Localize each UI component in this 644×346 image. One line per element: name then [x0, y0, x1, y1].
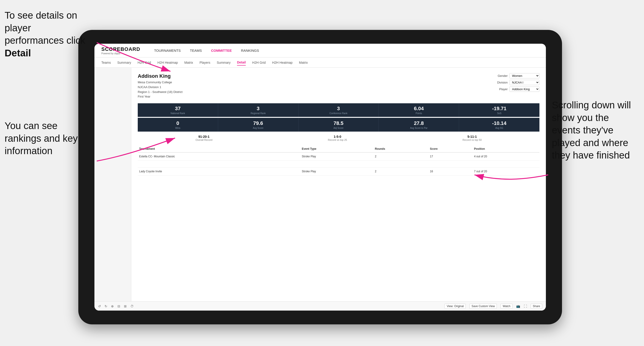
nav-teams[interactable]: TEAMS — [190, 48, 202, 53]
avg-score-label: Avg Score — [220, 127, 296, 129]
tab-players[interactable]: Players — [200, 60, 210, 65]
stat-sos: -19.71 SoS — [459, 103, 540, 117]
save-custom-btn[interactable]: Save Custom View — [470, 304, 497, 309]
conference-rank-value: 3 — [300, 106, 377, 112]
share-btn[interactable]: Share — [531, 304, 542, 309]
col-event-type: Event Type — [300, 145, 373, 153]
rounds: 2 — [373, 153, 428, 161]
position2: 7 out of 20 — [473, 168, 540, 175]
event-type2: Stroke Play — [300, 168, 373, 175]
tab-h2h-heatmap2[interactable]: H2H Heatmap — [272, 60, 292, 65]
division-label: Division — [497, 81, 508, 84]
overall-record: 91-20-1 Overall Record — [196, 135, 212, 141]
stat-adj-score: 78.5 Adj Score — [298, 118, 379, 132]
tablet-frame: SCOREBOARD Powered by clippd TOURNAMENTS… — [78, 30, 562, 324]
col-tournament: Tournament — [138, 145, 300, 153]
zoom-out-icon[interactable]: ⊟ — [118, 304, 120, 308]
avg-sg-label: Avg SG — [461, 127, 538, 129]
logo-sub: Powered by clippd — [101, 52, 140, 55]
record-top50: 5-11-1 Record vs top 50 — [462, 135, 482, 141]
tab-summary[interactable]: Summary — [117, 60, 131, 65]
tab-summary2[interactable]: Summary — [217, 60, 230, 65]
tab-detail[interactable]: Detail — [237, 60, 246, 66]
main-content: Addison King Mesa Community College NJCA… — [94, 68, 546, 301]
stat-national-rank: 37 National Rank — [138, 103, 218, 117]
annotation-bottom-left-text: You can see rankings and key information — [4, 120, 78, 156]
stat-wins: 0 Wins — [138, 118, 218, 132]
tablet-screen: SCOREBOARD Powered by clippd TOURNAMENTS… — [94, 44, 546, 311]
rounds2: 2 — [373, 168, 428, 175]
view-original-btn[interactable]: View: Original — [444, 304, 466, 309]
avg-par-value: 27.8 — [380, 120, 457, 126]
tournament-name: Estella CC- Mountain Classic — [138, 153, 300, 161]
detail-content: Addison King Mesa Community College NJCA… — [131, 68, 546, 301]
table-row: Estella CC- Mountain Classic Stroke Play… — [138, 153, 540, 161]
player-name: Addison King — [138, 73, 182, 79]
tab-h2h-heatmap[interactable]: H2H Heatmap — [158, 60, 178, 65]
tab-matrix2[interactable]: Matrix — [299, 60, 308, 65]
nav-committee[interactable]: COMMITTEE — [211, 48, 232, 53]
table-row: Lady Coyote Invite Stroke Play 2 16 7 ou… — [138, 168, 540, 175]
clock-icon[interactable]: ⏱ — [130, 304, 134, 308]
stat-regional-rank: 3 Regional Rank — [218, 103, 298, 117]
col-rounds: Rounds — [373, 145, 428, 153]
annotation-top-left: To see details on player performances cl… — [4, 9, 92, 59]
gender-select[interactable]: Women — [510, 73, 540, 78]
tab-teams[interactable]: Teams — [101, 60, 111, 65]
zoom-fit-icon[interactable]: ⊕ — [111, 304, 114, 308]
player-filter-label: Player — [499, 87, 508, 91]
stats-grid-row1: 37 National Rank 3 Regional Rank 3 Confe… — [138, 103, 540, 117]
record-top25-value: 1-5-0 — [328, 135, 347, 139]
player-division: NJCAA Division 1 — [138, 85, 182, 90]
cast-icon[interactable]: 📺 — [516, 304, 520, 308]
gender-label: Gender — [498, 74, 508, 78]
tournament-name2: Lady Coyote Invite — [138, 168, 300, 175]
record-top50-label: Record vs top 50 — [462, 139, 482, 141]
regional-rank-label: Regional Rank — [220, 112, 296, 115]
tab-h2h-grid2[interactable]: H2H Grid — [252, 60, 266, 65]
annotation-detail-bold: Detail — [4, 48, 31, 58]
expand-icon[interactable]: ⛶ — [524, 304, 527, 308]
avg-score-value: 79.6 — [220, 120, 296, 126]
record-row: 91-20-1 Overall Record 1-5-0 Record vs t… — [138, 135, 540, 141]
sos-label: SoS — [461, 112, 538, 115]
watch-btn[interactable]: Watch — [500, 304, 512, 309]
layout-icon[interactable]: ⊞ — [124, 304, 127, 308]
points-label: Points — [380, 112, 457, 115]
adj-score-label: Adj Score — [300, 127, 377, 129]
player-filter-row: Player Addison King — [499, 86, 540, 92]
player-select[interactable]: Addison King — [510, 86, 540, 92]
second-nav: Teams Summary H2H Grid H2H Heatmap Matri… — [94, 57, 546, 68]
division-select[interactable]: NJCAA I — [510, 80, 540, 85]
national-rank-label: National Rank — [140, 112, 216, 115]
nav-tournaments[interactable]: TOURNAMENTS — [154, 48, 181, 53]
logo-main: SCOREBOARD — [101, 46, 140, 52]
avg-sg-value: -10.14 — [461, 120, 538, 126]
stat-conference-rank: 3 Conference Rank — [298, 103, 379, 117]
stat-avg-sg: -10.14 Avg SG — [459, 118, 540, 132]
player-info: Addison King Mesa Community College NJCA… — [138, 73, 182, 99]
event-type: Stroke Play — [300, 153, 373, 161]
undo-icon[interactable]: ↺ — [98, 304, 101, 308]
sos-value: -19.71 — [461, 106, 538, 112]
record-top25-label: Record vs top 25 — [328, 139, 347, 141]
points-value: 6.04 — [380, 106, 457, 112]
tab-h2h-grid[interactable]: H2H Grid — [138, 60, 151, 65]
stat-avg-score: 79.6 Avg Score — [218, 118, 298, 132]
gender-filter-row: Gender Women — [498, 73, 540, 78]
player-region: Region 1 - Southwest (18) District — [138, 90, 182, 95]
stat-points: 6.04 Points — [379, 103, 459, 117]
nav-rankings[interactable]: RANKINGS — [241, 48, 259, 53]
annotation-top-left-text: To see details on player performances cl… — [4, 10, 85, 58]
stats-grid-row2: 0 Wins 79.6 Avg Score 78.5 Adj Score 27.… — [138, 118, 540, 132]
top-nav: SCOREBOARD Powered by clippd TOURNAMENTS… — [94, 44, 546, 57]
record-top50-value: 5-11-1 — [462, 135, 482, 139]
player-year: First Year — [138, 94, 182, 99]
tab-matrix[interactable]: Matrix — [184, 60, 193, 65]
table-row-empty — [138, 161, 540, 168]
wins-label: Wins — [140, 127, 216, 129]
division-filter-row: Division NJCAA I — [497, 80, 540, 85]
national-rank-value: 37 — [140, 106, 216, 112]
conference-rank-label: Conference Rank — [300, 112, 377, 115]
redo-icon[interactable]: ↻ — [104, 304, 107, 308]
